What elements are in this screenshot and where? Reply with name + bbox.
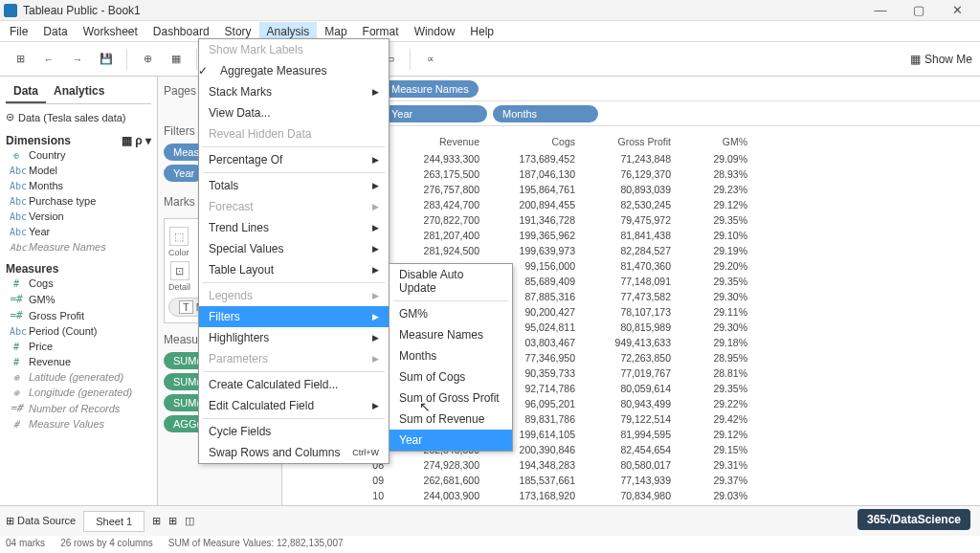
mi-show-mark-labels[interactable]: Show Mark Labels	[199, 39, 389, 60]
smi-disable-auto[interactable]: Disable Auto Update	[390, 264, 512, 299]
abc-icon: Abc	[10, 242, 23, 253]
field-records[interactable]: =#Number of Records	[6, 400, 151, 416]
hash-icon: #	[10, 419, 23, 430]
smi-measure-names[interactable]: Measure Names	[390, 324, 512, 345]
view-options-icon[interactable]: ▦ ρ ▾	[122, 134, 151, 147]
abc-icon: Abc	[10, 326, 23, 337]
mi-forecast[interactable]: Forecast▶	[199, 196, 389, 217]
abc-icon: Abc	[10, 227, 23, 237]
smi-sum-revenue[interactable]: Sum of Revenue	[390, 409, 512, 430]
field-measure-names[interactable]: AbcMeasure Names	[6, 239, 151, 254]
menu-help[interactable]: Help	[462, 22, 501, 41]
tab-data[interactable]: Data	[6, 80, 46, 103]
table-row: 10244,003,900173,168,92070,834,98029.03%	[340, 488, 980, 503]
field-longitude[interactable]: ⊕Longitude (generated)	[6, 385, 151, 400]
calc-icon: =#	[10, 293, 23, 305]
status-rowcol: 26 rows by 4 columns	[60, 538, 153, 551]
minimize-button[interactable]: —	[861, 3, 900, 17]
smi-sum-cogs[interactable]: Sum of Cogs	[390, 366, 512, 387]
table-row: 276,757,800195,864,76180,893,03929.23%	[340, 182, 980, 197]
mi-parameters[interactable]: Parameters▶	[199, 348, 389, 369]
hash-icon: #	[10, 278, 23, 289]
window-title: Tableau Public - Book1	[23, 4, 861, 17]
mi-aggregate-measures[interactable]: ✓Aggregate Measures	[199, 60, 389, 81]
forward-icon[interactable]: →	[65, 47, 90, 72]
mi-edit-calc[interactable]: Edit Calculated Field▶	[199, 395, 389, 416]
hash-icon: #	[10, 357, 23, 367]
color-icon[interactable]: ⬚	[169, 227, 189, 246]
data-source-tab[interactable]: ⊞ Data Source	[6, 515, 76, 527]
rows-pill-months[interactable]: Months	[493, 105, 598, 122]
dimensions-header: Dimensions▦ ρ ▾	[6, 134, 151, 147]
field-latitude[interactable]: ⊕Latitude (generated)	[6, 369, 151, 385]
mi-stack-marks[interactable]: Stack Marks▶	[199, 81, 389, 102]
data-pane: Data Analytics ⊝Data (Tesla sales data) …	[0, 77, 158, 520]
field-months[interactable]: AbcMonths	[6, 178, 151, 193]
smi-year[interactable]: Year	[390, 430, 512, 451]
smi-months[interactable]: Months	[390, 345, 512, 366]
menu-file[interactable]: File	[2, 22, 35, 41]
chevron-right-icon: ▶	[372, 265, 379, 275]
menu-data[interactable]: Data	[35, 22, 75, 41]
field-cogs[interactable]: #Cogs	[6, 276, 151, 291]
show-me-button[interactable]: ▦Show Me	[910, 53, 972, 66]
mi-percentage-of[interactable]: Percentage Of▶	[199, 149, 389, 170]
mi-reveal-hidden[interactable]: Reveal Hidden Data	[199, 123, 389, 144]
save-icon[interactable]: 💾	[94, 47, 119, 72]
rows-pill-year[interactable]: Year	[382, 105, 487, 122]
chevron-right-icon: ▶	[372, 202, 379, 211]
mi-cycle-fields[interactable]: Cycle Fields	[199, 421, 389, 442]
field-purchase-type[interactable]: AbcPurchase type	[6, 193, 151, 209]
field-gross-profit[interactable]: =#Gross Profit	[6, 307, 151, 323]
smi-sum-gross-profit[interactable]: Sum of Gross Profit	[390, 387, 512, 409]
field-gm[interactable]: =#GM%	[6, 291, 151, 307]
mi-create-calc[interactable]: Create Calculated Field...	[199, 374, 389, 395]
tab-analytics[interactable]: Analytics	[46, 80, 112, 103]
sheet-tab[interactable]: Sheet 1	[83, 511, 145, 532]
share-icon[interactable]: ∝	[418, 47, 443, 72]
tableau-logo-icon[interactable]: ⊞	[8, 47, 33, 72]
new-worksheet-icon[interactable]: ⊞	[152, 515, 161, 527]
field-period-count[interactable]: AbcPeriod (Count)	[6, 323, 151, 339]
mi-filters[interactable]: Filters▶	[199, 306, 389, 327]
abc-icon: Abc	[10, 196, 23, 207]
field-revenue[interactable]: #Revenue	[6, 354, 151, 369]
mi-legends[interactable]: Legends▶	[199, 285, 389, 306]
mi-view-data[interactable]: View Data...	[199, 102, 389, 123]
detail-icon[interactable]: ⊡	[170, 261, 189, 280]
chevron-right-icon: ▶	[372, 312, 379, 321]
globe-icon: ⊕	[10, 372, 23, 383]
table-row: 283,424,700200,894,45582,530,24529.12%	[340, 197, 980, 212]
new-dashboard-icon[interactable]: ⊞	[168, 515, 177, 527]
datasource[interactable]: ⊝Data (Tesla sales data)	[6, 108, 151, 126]
new-sheet-icon[interactable]: ▦	[164, 47, 189, 72]
close-button[interactable]: ✕	[938, 3, 976, 17]
menu-window[interactable]: Window	[407, 22, 463, 41]
menu-worksheet[interactable]: Worksheet	[76, 22, 145, 41]
field-year[interactable]: AbcYear	[6, 224, 151, 239]
chevron-right-icon: ▶	[372, 87, 379, 97]
mi-table-layout[interactable]: Table Layout▶	[199, 259, 389, 280]
maximize-button[interactable]: ▢	[900, 3, 938, 17]
field-model[interactable]: AbcModel	[6, 163, 151, 178]
mi-totals[interactable]: Totals▶	[199, 175, 389, 196]
field-country[interactable]: ⊕Country	[6, 147, 151, 163]
abc-icon: Abc	[10, 211, 23, 222]
smi-gm[interactable]: GM%	[390, 303, 512, 324]
mi-trend-lines[interactable]: Trend Lines▶	[199, 217, 389, 238]
mi-special-values[interactable]: Special Values▶	[199, 238, 389, 259]
mi-swap[interactable]: Swap Rows and ColumnsCtrl+W	[199, 442, 389, 463]
chevron-right-icon: ▶	[372, 291, 379, 300]
footer-tabs: ⊞ Data Source Sheet 1 ⊞ ⊞ ◫	[0, 505, 980, 536]
new-data-icon[interactable]: ⊕	[135, 47, 160, 72]
mi-highlighters[interactable]: Highlighters▶	[199, 327, 389, 348]
chevron-right-icon: ▶	[372, 181, 379, 190]
new-story-icon[interactable]: ◫	[185, 515, 194, 527]
columns-pill[interactable]: Measure Names	[382, 80, 479, 98]
field-version[interactable]: AbcVersion	[6, 209, 151, 224]
field-price[interactable]: #Price	[6, 339, 151, 354]
table-row: 08274,928,300194,348,28380,580,01729.31%	[340, 457, 980, 473]
back-icon[interactable]: ←	[36, 47, 61, 72]
field-measure-values[interactable]: #Measure Values	[6, 416, 151, 431]
chevron-right-icon: ▶	[372, 155, 379, 165]
